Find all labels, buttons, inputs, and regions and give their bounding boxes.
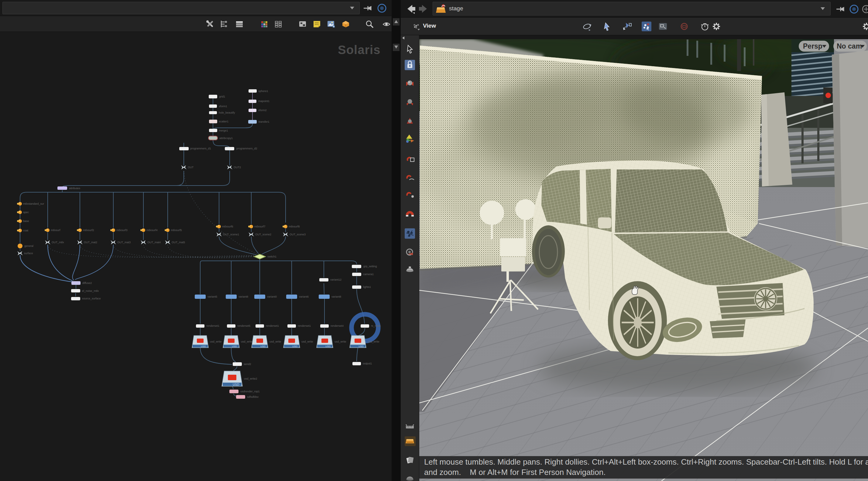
svg-text:el_noise_mtlx: el_noise_mtlx [82, 289, 99, 292]
svg-text:mtlxsurf7: mtlxsurf7 [254, 225, 266, 228]
svg-text:Left mouse tumbles. Middle pan: Left mouse tumbles. Middle pans. Right d… [424, 457, 868, 467]
svg-text:mtlxsurf5: mtlxsurf5 [171, 229, 182, 232]
svg-text:renderset1: renderset1 [298, 324, 311, 327]
svg-text:output1: output1 [363, 362, 372, 365]
svg-text:usdrender_rop1: usdrender_rop1 [240, 390, 260, 393]
svg-text:OUT2: OUT2 [234, 166, 241, 169]
svg-text:send2: send2 [244, 362, 251, 365]
svg-text:mtlxsurf3: mtlxsurf3 [116, 229, 128, 232]
svg-text:usd_write: usd_write [270, 340, 281, 343]
svg-text:xform2: xform2 [258, 109, 267, 112]
svg-text:OUT_mat4: OUT_mat4 [147, 241, 161, 244]
svg-text:attributes: attributes [69, 187, 81, 190]
svg-text:OUT_mtlx: OUT_mtlx [52, 241, 64, 244]
svg-text:hole_beautify: hole_beautify [219, 111, 235, 114]
svg-text:mtlxsurf: mtlxsurf [51, 229, 60, 232]
svg-text:usd_write2: usd_write2 [244, 377, 257, 380]
svg-text:mtlxsurf6: mtlxsurf6 [222, 225, 233, 228]
svg-text:xform1: xform1 [219, 105, 227, 108]
svg-text:usd_write: usd_write [210, 340, 222, 343]
svg-text:mtlxsurf2: mtlxsurf2 [83, 229, 94, 232]
svg-text:mtlxsurf4: mtlxsurf4 [147, 229, 158, 232]
svg-text:and zoom. M or Alt+M for Fi: and zoom. M or Alt+M for First Person Na… [424, 468, 606, 477]
svg-text:usd_write: usd_write [368, 340, 379, 343]
svg-text:USD: USD [233, 383, 239, 386]
svg-text:USD: USD [232, 345, 237, 348]
svg-text:USD: USD [260, 345, 266, 348]
svg-text:OUT_mat5: OUT_mat5 [172, 241, 185, 244]
svg-text:programmers_d2: programmers_d2 [236, 147, 257, 150]
svg-text:source_surface: source_surface [82, 297, 101, 300]
svg-text:lights1: lights1 [363, 285, 371, 288]
svg-text:OUT_mat2: OUT_mat2 [84, 241, 97, 244]
svg-text:USD: USD [359, 345, 364, 348]
svg-text:switch1: switch1 [267, 255, 276, 258]
svg-text:grp_setting: grp_setting [363, 265, 377, 268]
svg-text:OUT_scene1: OUT_scene1 [223, 233, 239, 236]
svg-text:scatter1: scatter1 [219, 120, 228, 123]
svg-text:general: general [24, 245, 33, 248]
svg-text:OUT_scene2: OUT_scene2 [255, 233, 271, 236]
svg-text:renderset1: renderset1 [266, 324, 279, 327]
svg-text:usd_write: usd_write [301, 340, 313, 343]
svg-text:surface: surface [24, 252, 33, 255]
svg-text:variant8: variant8 [332, 295, 341, 298]
svg-text:variant0: variant0 [267, 295, 277, 298]
svg-text:No cam: No cam [837, 42, 862, 50]
svg-text:USD: USD [292, 345, 298, 348]
svg-text:renderset5: renderset5 [237, 324, 250, 327]
svg-text:USD: USD [326, 345, 331, 348]
svg-text:OUT_scene3: OUT_scene3 [289, 233, 306, 236]
svg-text:Persp: Persp [803, 42, 823, 50]
svg-text:variant12: variant12 [330, 278, 341, 281]
svg-text:attribcopy1: attribcopy1 [219, 137, 233, 140]
svg-text:variant6: variant6 [299, 295, 309, 298]
svg-text:usd_write: usd_write [241, 340, 253, 343]
svg-text:renderset4: renderset4 [331, 324, 344, 327]
svg-text:grid1: grid1 [219, 95, 225, 98]
svg-text:variant8: variant8 [239, 295, 248, 298]
svg-text:usd_write: usd_write [335, 340, 346, 343]
svg-text:diffuse2: diffuse2 [82, 282, 92, 285]
svg-text:transfer1: transfer1 [258, 120, 270, 123]
svg-text:camera1: camera1 [363, 273, 374, 276]
svg-text:USD: USD [201, 345, 206, 348]
svg-text:rs_main: rs_main [371, 324, 381, 327]
svg-text:OUT: OUT [188, 166, 194, 169]
svg-text:mtlxsurf8: mtlxsurf8 [289, 225, 300, 228]
svg-text:renderset1: renderset1 [206, 324, 219, 327]
svg-text:coat: coat [23, 229, 29, 232]
svg-text:variant5: variant5 [208, 295, 217, 298]
svg-text:mapoint1: mapoint1 [258, 100, 270, 103]
svg-text:sphere1: sphere1 [258, 90, 268, 93]
svg-text:mtlxstandard_sur: mtlxstandard_sur [23, 202, 44, 205]
svg-text:programmers_d1: programmers_d1 [190, 147, 211, 150]
svg-text:sdfsdfdsv: sdfsdfdsv [247, 395, 259, 398]
svg-text:base: base [23, 220, 29, 223]
svg-text:merge1: merge1 [219, 129, 228, 132]
svg-text:spec: spec [23, 211, 29, 214]
svg-text:OUT_mat3: OUT_mat3 [117, 241, 131, 244]
